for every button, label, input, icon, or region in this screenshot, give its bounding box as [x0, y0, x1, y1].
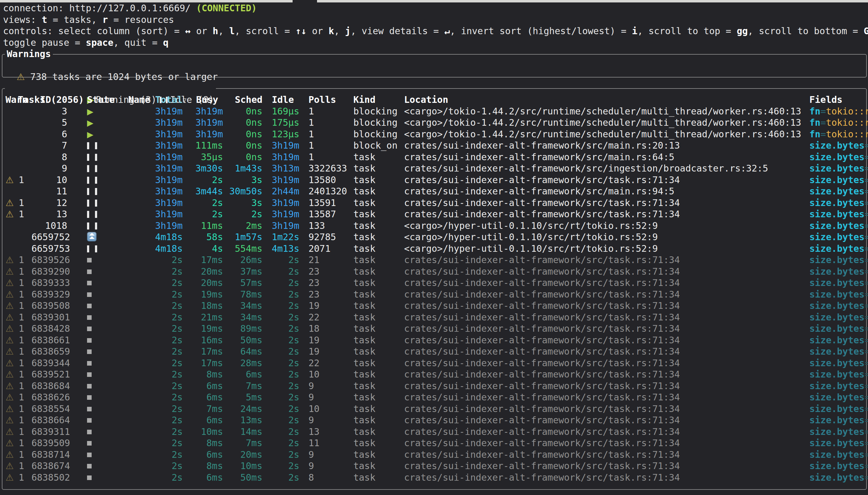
task-kind-cell: task [353, 380, 402, 392]
field-key: size.bytes [809, 209, 865, 219]
column-header-state[interactable]: State [87, 94, 124, 106]
task-row-6838661[interactable]: ⚠1 6838661 2s 16ms 50ms 2s 19 task crate… [2, 335, 868, 346]
task-row-6839333[interactable]: ⚠1 6839333 2s 20ms 57ms 2s 23 task crate… [2, 277, 868, 289]
task-idle-cell: 123µs [262, 129, 299, 140]
text-segment: G [864, 25, 868, 36]
task-row-12[interactable]: ⚠1 12 3h19m 2s 3s 3h19m 13591 task crate… [2, 197, 868, 209]
field-key: fn [809, 129, 820, 139]
warning-count: 1 [19, 335, 24, 346]
task-state-cell [87, 426, 121, 438]
column-header-id[interactable]: ID [40, 94, 67, 106]
task-row-6838664[interactable]: ⚠1 6838664 2s 6ms 13ms 2s 9 task crates/… [2, 414, 868, 426]
column-header-busy[interactable]: Busy [196, 94, 230, 106]
task-row-6838626[interactable]: ⚠1 6838626 2s 6ms 5ms 2s 9 task crates/s… [2, 392, 868, 403]
task-polls-cell: 10 [308, 403, 351, 415]
column-header-warn[interactable]: Warn [5, 94, 36, 106]
task-location-cell: crates/sui-indexer-alt-framework/src/tas… [404, 266, 809, 277]
task-kind-cell: task [353, 414, 402, 426]
field-equals: = [865, 335, 868, 345]
column-header-location[interactable]: Location [404, 94, 526, 106]
task-total-cell: 2s [139, 472, 183, 483]
task-row-1018[interactable]: 1018 3h19m 11ms 2ms 3h19m 133 task <carg… [2, 220, 868, 232]
task-busy-cell: 20ms [183, 266, 223, 277]
task-row-6839301[interactable]: ⚠1 6839301 2s 21ms 34ms 2s 22 task crate… [2, 312, 868, 323]
state-running-icon [87, 107, 94, 116]
task-state-cell [87, 163, 121, 174]
task-sched-cell: 0ns [223, 151, 262, 163]
task-row-6838684[interactable]: ⚠1 6838684 2s 6ms 7ms 2s 9 task crates/s… [2, 380, 868, 392]
task-row-8[interactable]: 8 3h19m 35µs 0ns 3h19m 1 task crates/sui… [2, 151, 868, 163]
task-fields-cell: size.bytes= [809, 266, 868, 277]
task-row-6838428[interactable]: ⚠1 6838428 2s 19ms 89ms 2s 18 task crate… [2, 323, 868, 335]
task-polls-cell: 10 [308, 369, 351, 380]
task-row-6[interactable]: 6 3h19m 3h19m 0ns 123µs 1 blocking <carg… [2, 129, 868, 140]
task-row-6659753[interactable]: 6659753 4m18s 4s 554ms 4m13s 2071 task <… [2, 243, 868, 255]
column-header-name[interactable]: Name [128, 94, 159, 106]
task-id-cell: 6839344 [31, 357, 67, 369]
warning-count: 1 [19, 472, 24, 483]
field-key: size.bytes [809, 232, 865, 242]
task-row-6839311[interactable]: ⚠1 6839311 2s 10ms 14ms 2s 13 task crate… [2, 426, 868, 438]
column-header-total-sorted[interactable]: Total▿ [155, 94, 195, 106]
task-sched-cell: 24ms [223, 403, 262, 415]
task-kind-cell: task [353, 186, 402, 197]
task-row-6839290[interactable]: ⚠1 6839290 2s 20ms 37ms 2s 23 task crate… [2, 266, 868, 277]
task-id-cell: 6839301 [31, 312, 67, 323]
task-warn-cell: ⚠1 [5, 289, 33, 300]
task-row-11[interactable]: 11 3h19m 3m44s 30m50s 2h44m 2401320 task… [2, 186, 868, 197]
state-dead-icon [87, 372, 91, 377]
text-segment: ↔ [185, 25, 190, 36]
task-total-cell: 2s [139, 449, 183, 461]
task-state-cell [87, 289, 121, 300]
task-kind-cell: task [353, 437, 402, 449]
task-row-6838714[interactable]: ⚠1 6838714 2s 6ms 20ms 2s 9 task crates/… [2, 449, 868, 461]
task-total-cell: 3h19m [139, 140, 183, 151]
task-idle-cell: 2s [262, 277, 299, 289]
column-header-kind[interactable]: Kind [353, 94, 390, 106]
task-busy-cell: 6ms [183, 449, 223, 461]
text-segment: controls: select column (sort) = [3, 25, 185, 36]
task-row-10[interactable]: ⚠1 10 3h19m 2s 3s 3h19m 13580 task crate… [2, 174, 868, 186]
task-row-6838674[interactable]: ⚠1 6838674 2s 8ms 10ms 2s 9 task crates/… [2, 460, 868, 472]
task-row-6839344[interactable]: ⚠1 6839344 2s 17ms 28ms 2s 22 task crate… [2, 357, 868, 369]
task-id-cell: 6838684 [31, 380, 67, 392]
task-row-6838554[interactable]: ⚠1 6838554 2s 7ms 24ms 2s 10 task crates… [2, 403, 868, 415]
task-row-7[interactable]: 7 3h19m 111ms 0ns 3h19m 1 block_on crate… [2, 140, 868, 151]
warning-count: 1 [19, 254, 24, 266]
task-row-13[interactable]: ⚠1 13 3h19m 2s 2s 3h19m 13587 task crate… [2, 208, 868, 220]
task-row-3[interactable]: 3 3h19m 3h19m 0ns 169µs 1 blocking <carg… [2, 106, 868, 117]
task-row-6838502[interactable]: ⚠1 6838502 2s 6ms 50ms 2s 8 task crates/… [2, 472, 868, 483]
task-total-cell: 2s [139, 392, 183, 403]
task-row-6839526[interactable]: ⚠1 6839526 2s 17ms 26ms 2s 21 task crate… [2, 254, 868, 266]
field-key: size.bytes [809, 415, 865, 425]
task-row-9[interactable]: 9 3h19m 3m30s 1m43s 3h13m 3322633 task c… [2, 163, 868, 174]
task-kind-cell: blocking [353, 117, 402, 129]
task-row-5[interactable]: 5 3h19m 3h19m 0ns 175µs 1 blocking <carg… [2, 117, 868, 129]
task-row-6839509[interactable]: ⚠1 6839509 2s 8ms 7ms 2s 11 task crates/… [2, 437, 868, 449]
state-running-icon [87, 130, 94, 139]
task-row-6839508[interactable]: ⚠1 6839508 2s 18ms 34ms 2s 19 task crate… [2, 300, 868, 312]
task-row-6839521[interactable]: ⚠1 6839521 2s 8ms 6ms 2s 10 task crates/… [2, 369, 868, 380]
text-segment: gg [737, 25, 748, 36]
task-location-cell: crates/sui-indexer-alt-framework/src/ing… [404, 163, 809, 174]
task-row-6839329[interactable]: ⚠1 6839329 2s 19ms 78ms 2s 23 task crate… [2, 289, 868, 300]
warning-icon: ⚠ [5, 312, 14, 323]
task-warn-cell: ⚠1 [5, 254, 33, 266]
field-key: size.bytes [809, 346, 865, 357]
text-segment: = resources [108, 14, 174, 25]
column-header-sched[interactable]: Sched [235, 94, 271, 106]
task-row-6659752[interactable]: 6659752 4m18s 58s 1m57s 1m22s 92785 task… [2, 231, 868, 243]
text-segment: , [218, 25, 229, 36]
task-fields-cell: size.bytes= [809, 174, 868, 186]
column-header-idle[interactable]: Idle [272, 94, 302, 106]
task-kind-cell: task [353, 243, 402, 255]
task-row-6838659[interactable]: ⚠1 6838659 2s 17ms 64ms 2s 19 task crate… [2, 346, 868, 357]
task-idle-cell: 2s [262, 323, 299, 335]
column-header-fields[interactable]: Fields [809, 94, 867, 106]
task-polls-cell: 11 [308, 437, 351, 449]
task-fields-cell: size.bytes= [809, 277, 868, 289]
task-sched-cell: 37ms [223, 266, 262, 277]
column-header-polls[interactable]: Polls [308, 94, 345, 106]
task-polls-cell: 1 [308, 106, 351, 117]
task-sched-cell: 30m50s [223, 186, 262, 197]
